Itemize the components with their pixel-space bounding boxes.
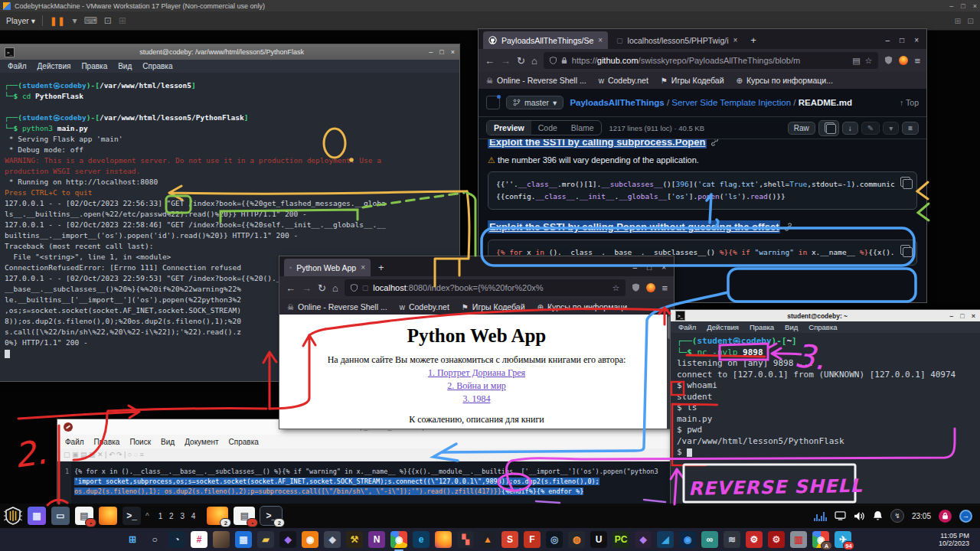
red-gear-app-icon[interactable]: ⚙ (746, 531, 763, 548)
bookmark-games-codeby[interactable]: ⚑Игры Кодебай (462, 302, 525, 311)
vmware-workstation-icon[interactable]: ◆ (324, 531, 341, 548)
start-button[interactable]: ⊞ (124, 531, 141, 548)
reload-button[interactable]: ↻ (517, 55, 525, 67)
anchor-link-icon[interactable] (784, 223, 792, 231)
bookmark-infosec-courses[interactable]: ⊕Курсы по информаци... (737, 76, 833, 85)
panel-chevron-icon[interactable]: ^ (145, 512, 149, 520)
menu-item[interactable]: Действия (38, 62, 71, 70)
terminal-right-close-button[interactable]: × (972, 312, 975, 320)
home-button[interactable]: ⌂ (531, 55, 537, 67)
heading-subprocess-popen[interactable]: Exploit the SSTI by calling subprocess.P… (488, 139, 707, 148)
unreal-icon[interactable]: U (590, 531, 607, 548)
home-button[interactable]: ⌂ (332, 282, 338, 294)
build-tool-icon[interactable]: ⚒ (346, 531, 363, 548)
mousepad-toolbar[interactable]: ▢ ▣ ▤ ▥ ✕ | ↶ ↷ | ○ ◌ ≡ (57, 448, 681, 461)
back-button[interactable]: ← (286, 282, 296, 294)
power-manager-icon[interactable]: ↯ (890, 509, 904, 523)
red-s-app-icon[interactable]: S (501, 531, 518, 548)
pocket-shield-icon[interactable] (632, 282, 640, 294)
suspend-vm-button[interactable]: ❚❚ (50, 16, 65, 26)
vmware-close-button[interactable]: × (973, 2, 977, 10)
menu-item[interactable]: Вид (161, 438, 175, 446)
player-menu-button[interactable]: Player ▾ (6, 16, 35, 25)
bookmark-online-reverse-shell[interactable]: ☠Online - Reverse Shell ... (486, 76, 586, 85)
github-window-maximize-button[interactable]: □ (900, 36, 904, 44)
terminal-launcher-icon[interactable]: >_ (122, 507, 141, 525)
speedtest-icon[interactable]: ◔ (168, 531, 185, 548)
taskbar-window-editor[interactable]: ▤• (234, 507, 255, 525)
terminal-right-minimize-button[interactable]: – (949, 312, 953, 320)
telegram-icon[interactable]: ✈94 (835, 531, 851, 548)
file-manager-icon[interactable]: ▭ (51, 507, 70, 525)
github-urlbar[interactable]: https://github.com/swisskyrepo/PayloadsA… (544, 52, 879, 69)
bookmark-star-icon[interactable]: ☆ (865, 56, 873, 66)
tab-close-icon[interactable]: × (733, 36, 738, 44)
text-editor-icon[interactable]: ▤• (75, 507, 93, 525)
terminal-left-titlebar[interactable]: >_ student@codeby: /var/www/html/lesson5… (0, 44, 459, 60)
toolbar-extra-icon-2[interactable]: ⊡ (967, 16, 974, 25)
download-button[interactable]: ↓ (842, 122, 858, 135)
screen-lock-icon[interactable] (939, 510, 952, 523)
menu-item[interactable]: Вид (785, 323, 798, 331)
edge-icon[interactable]: e (413, 531, 430, 548)
bookmark-games-codeby[interactable]: ⚑Игры Кодебай (661, 76, 724, 85)
reader-mode-icon[interactable]: ▤ (852, 56, 860, 66)
book-link-2[interactable]: 2. Война и мир (279, 380, 674, 392)
raw-button[interactable]: Raw (788, 122, 815, 135)
anchor-link-icon[interactable] (710, 139, 719, 146)
terminal-right-titlebar[interactable]: >_ student@codeby: ~ – □ × (671, 310, 980, 321)
vm-clock[interactable]: 23:05 (912, 512, 931, 520)
orange-gauge-app-icon[interactable]: ◉ (302, 531, 318, 548)
calendar-icon[interactable]: ▦ (235, 531, 252, 548)
update-sync-icon[interactable]: → (959, 510, 972, 523)
extension-flame-icon[interactable] (899, 56, 908, 65)
mousepad-window[interactable]: *~/Рабочий стол/tmp_lesson_5 - Mousepad … (57, 419, 681, 505)
forward-button[interactable]: → (302, 282, 312, 294)
copy-raw-button[interactable] (818, 120, 839, 136)
github-window-minimize-button[interactable]: – (886, 36, 890, 44)
network-graph-icon[interactable] (814, 510, 827, 521)
webapp-window-maximize-button[interactable]: □ (647, 263, 652, 272)
volume-icon[interactable] (854, 511, 865, 521)
terminal-left-maximize-button[interactable]: □ (439, 48, 443, 56)
webapp-window-close-button[interactable]: × (662, 263, 666, 272)
terminal-left-minimize-button[interactable]: – (429, 48, 433, 56)
chrome-profile-icon[interactable]: ◉A (812, 531, 829, 548)
app-menu-button[interactable]: ≡ (662, 282, 668, 294)
vmware-titlebar[interactable]: CodebyHackMachine - VMware Workstation 1… (0, 0, 980, 11)
menu-item[interactable]: Файл (65, 438, 84, 446)
tab-close-icon[interactable]: × (598, 36, 603, 44)
firefox-launcher-icon[interactable] (99, 507, 117, 525)
firefox-taskbar-icon[interactable] (435, 531, 452, 548)
breadcrumb[interactable]: PayloadsAllTheThings / Server Side Templ… (570, 98, 852, 107)
new-tab-button[interactable]: + (746, 34, 761, 46)
heading-popen-no-offset[interactable]: Exploit the SSTI by calling Popen withou… (488, 220, 780, 233)
blender-icon[interactable]: ◍ (568, 531, 585, 548)
file-explorer-icon[interactable]: ▰ (257, 531, 274, 548)
tab-blame[interactable]: Blame (564, 121, 601, 135)
bookmark-codeby-net[interactable]: wCodeby.net (599, 76, 648, 85)
menu-item[interactable]: Вид (118, 62, 132, 70)
branch-selector[interactable]: master ▾ (506, 96, 564, 109)
notification-bell-icon[interactable] (873, 510, 883, 521)
terminal-right-output[interactable]: ┌──(student㉿codeby)-[~]└─$ nc -nvlp 9898… (671, 333, 980, 505)
view-switcher[interactable]: Preview Code Blame (486, 120, 602, 135)
book-link-1[interactable]: 1. Портрет Дориана Грея (279, 367, 674, 379)
send-ctrl-alt-del-button[interactable]: ⌨ (83, 15, 96, 26)
location-pin-app-icon[interactable]: ◉ (679, 531, 696, 548)
menu-item[interactable]: Справка (142, 62, 172, 70)
menu-item[interactable]: Действия (707, 323, 739, 331)
terminal-right-maximize-button[interactable]: □ (960, 312, 964, 320)
terminal-left-close-button[interactable]: × (451, 48, 455, 56)
edit-caret-button[interactable]: ▾ (883, 122, 899, 135)
tab-code[interactable]: Code (531, 121, 564, 135)
search-button[interactable]: ○ (146, 531, 163, 548)
menu-item[interactable]: Справка (229, 438, 259, 446)
tab-python-web-app[interactable]: • Python Web App × (284, 259, 371, 276)
davinci-icon[interactable]: ▚ (457, 531, 474, 548)
vscode-icon[interactable]: ◢ (657, 531, 674, 548)
camo-app-icon[interactable]: ∞ (701, 531, 718, 548)
bookmark-online-reverse-shell[interactable]: ☠Online - Reverse Shell ... (287, 302, 387, 311)
suspend-dropdown-caret[interactable]: ▾ (72, 15, 77, 26)
toolbar-extra-icon-1[interactable]: ⊞ (954, 16, 961, 25)
